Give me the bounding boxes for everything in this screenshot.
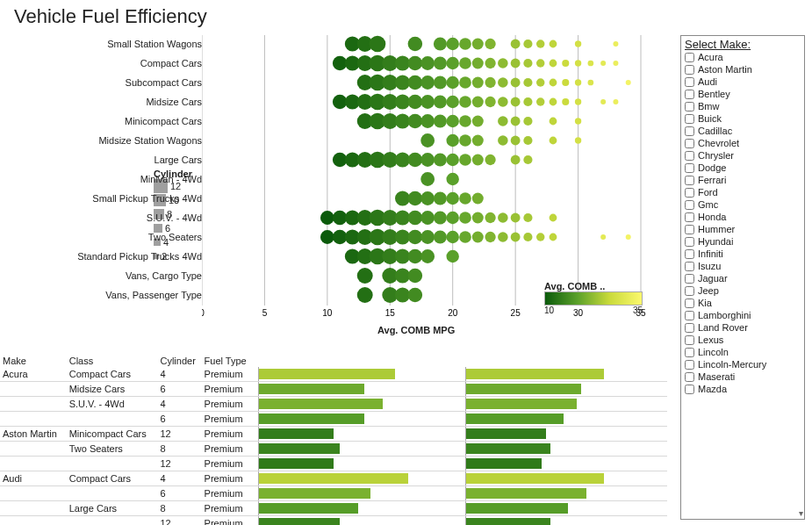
data-point[interactable] [498,212,508,223]
data-point[interactable] [472,135,484,147]
highway-bar[interactable] [466,488,586,499]
data-point[interactable] [550,98,557,106]
make-option[interactable]: Bentley [681,88,804,100]
make-checkbox[interactable] [685,298,694,308]
make-option[interactable]: Lamborghini [681,309,804,321]
data-point[interactable] [320,230,334,244]
data-point[interactable] [523,78,532,87]
data-point[interactable] [408,114,423,129]
data-point[interactable] [395,191,410,205]
data-point[interactable] [395,229,410,244]
data-point[interactable] [472,155,484,166]
make-option[interactable]: Lincoln [681,346,804,358]
data-point[interactable] [434,153,447,166]
data-point[interactable] [600,99,606,104]
city-bar[interactable] [259,503,358,514]
data-point[interactable] [600,234,606,240]
data-point[interactable] [472,58,484,69]
data-point[interactable] [395,113,410,128]
data-point[interactable] [523,59,532,68]
data-point[interactable] [420,191,435,205]
data-point[interactable] [550,214,557,222]
data-point[interactable] [498,135,508,146]
data-point[interactable] [357,268,373,284]
data-point[interactable] [459,115,471,127]
data-point[interactable] [447,192,459,205]
data-point[interactable] [523,213,532,222]
make-option[interactable]: Chevrolet [681,137,804,149]
data-point[interactable] [447,57,459,69]
data-point[interactable] [511,136,521,146]
make-checkbox[interactable] [685,385,694,394]
data-point[interactable] [626,234,631,240]
highway-bar[interactable] [466,414,564,424]
data-point[interactable] [459,57,471,69]
city-bar[interactable] [259,488,370,499]
highway-bar[interactable] [466,503,568,514]
data-point[interactable] [447,154,459,166]
make-option[interactable]: Cadillac [681,125,804,137]
data-point[interactable] [613,61,618,66]
make-option[interactable]: Bmw [681,100,804,112]
data-point[interactable] [536,78,545,87]
data-point[interactable] [459,38,471,50]
make-checkbox[interactable] [685,372,694,382]
data-point[interactable] [575,118,581,124]
data-point[interactable] [498,232,508,242]
data-point[interactable] [523,117,532,126]
data-point[interactable] [472,212,484,224]
make-checkbox[interactable] [685,188,694,198]
data-point[interactable] [447,173,459,185]
make-option[interactable]: Jaguar [681,272,804,284]
data-point[interactable] [420,249,435,263]
highway-bar[interactable] [466,384,581,394]
data-point[interactable] [550,234,557,241]
data-point[interactable] [485,155,495,165]
data-point[interactable] [395,268,410,283]
data-point[interactable] [447,38,459,50]
data-point[interactable] [562,60,569,67]
make-checkbox[interactable] [685,65,694,75]
data-point[interactable] [447,115,459,127]
data-point[interactable] [600,61,606,66]
make-option[interactable]: Jeep [681,284,804,297]
city-bar[interactable] [259,399,383,409]
make-checkbox[interactable] [685,151,694,161]
data-point[interactable] [434,191,447,205]
data-point[interactable] [550,79,557,87]
data-point[interactable] [511,97,521,107]
data-point[interactable] [523,233,532,241]
data-point[interactable] [459,96,471,108]
make-checkbox[interactable] [685,274,694,284]
data-point[interactable] [485,58,495,68]
data-point[interactable] [420,114,435,128]
data-point[interactable] [408,211,423,226]
highway-bar[interactable] [466,473,603,484]
data-point[interactable] [395,248,410,263]
data-point[interactable] [357,287,373,303]
make-option[interactable]: Kia [681,297,804,309]
make-checkbox[interactable] [685,360,694,370]
data-point[interactable] [550,40,557,48]
scroll-down-icon[interactable]: ▾ [799,508,803,518]
data-point[interactable] [408,37,423,52]
make-checkbox[interactable] [685,176,694,185]
data-point[interactable] [420,76,435,90]
data-point[interactable] [434,76,447,89]
data-point[interactable] [420,172,435,186]
make-option[interactable]: Maserati [681,370,804,383]
data-point[interactable] [575,137,581,143]
data-point[interactable] [447,134,459,147]
highway-bar[interactable] [466,458,542,469]
data-point[interactable] [485,97,495,107]
data-point[interactable] [485,77,495,88]
data-point[interactable] [511,213,521,223]
data-point[interactable] [420,133,435,147]
data-point[interactable] [536,40,545,48]
data-point[interactable] [575,60,581,66]
data-point[interactable] [523,155,532,164]
make-checkbox[interactable] [685,163,694,173]
data-point[interactable] [536,59,545,68]
data-point[interactable] [395,287,410,302]
data-point[interactable] [536,233,545,241]
